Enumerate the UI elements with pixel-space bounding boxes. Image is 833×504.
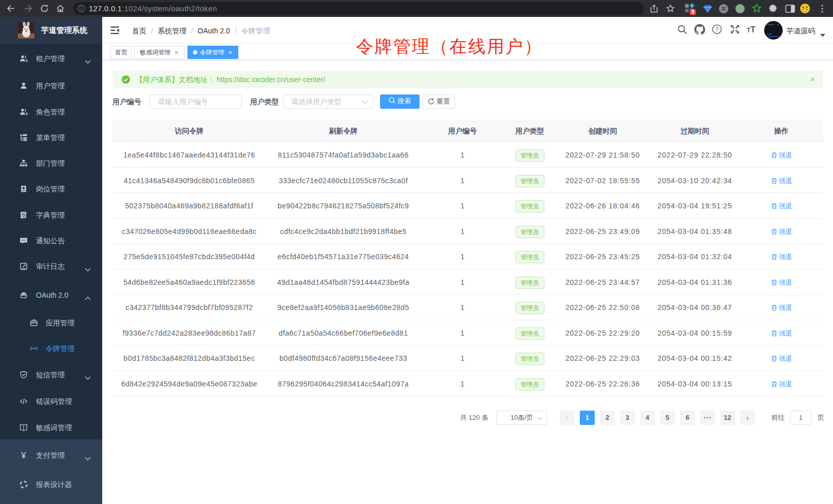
svg-text:T: T bbox=[750, 25, 756, 34]
svg-text:?: ? bbox=[715, 26, 718, 32]
svg-text:9: 9 bbox=[691, 9, 694, 15]
svg-text:⌘: ⌘ bbox=[721, 6, 727, 12]
